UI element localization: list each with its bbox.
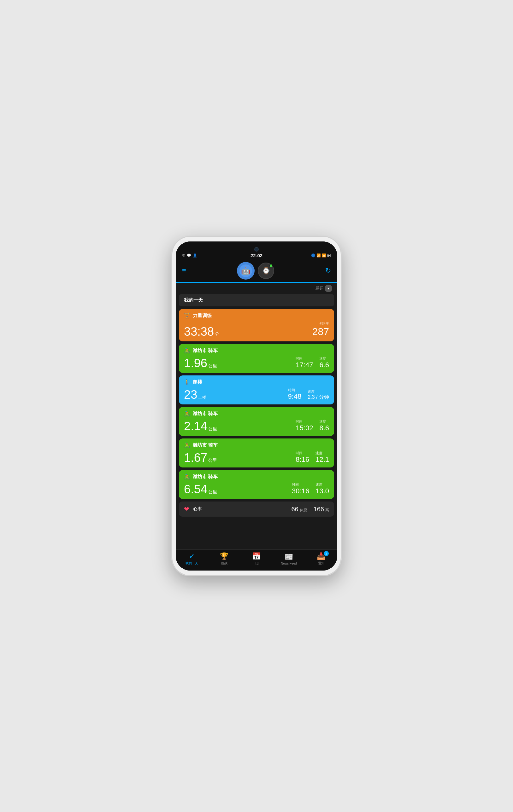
card-stats: 时间 15:02 速度 8.6 [296,419,329,432]
signal-icon: 📶 [322,254,326,258]
strength-icon: 🏋 [184,313,190,319]
nav-label-challenges: 挑战 [221,561,227,566]
card-header: 🚴 潍坊市 骑车 [184,348,329,354]
card-title: 潍坊市 骑车 [193,442,218,448]
nav-item-my-day[interactable]: ✓ 我的一天 [182,552,201,566]
header-avatars: 🤖 ⌚ [237,262,274,280]
cycling-icon: 🚴 [184,442,190,448]
stat-time: 时间 15:02 [296,419,313,432]
stat-label: 时间 [288,388,295,393]
trophy-icon: 🏆 [220,552,228,560]
expand-row: 展开 ▾ [176,283,337,294]
battery-level: 94 [327,254,331,258]
cycling-icon: 🚴 [184,348,190,354]
nav-label-news-feed: News Feed [281,562,297,565]
person-icon: 👤 [193,254,197,258]
svg-text:🤖: 🤖 [241,266,250,275]
card-body: 1.96 公里 时间 17:47 速度 6.6 [184,356,329,369]
stat-time: 时间 17:47 [296,356,313,369]
status-time: 22:02 [250,253,263,258]
stairs-icon: 🚶 [184,379,190,385]
activity-card-cycling1[interactable]: 🚴 潍坊市 骑车 1.96 公里 时间 17:47 速度 [179,344,334,373]
card-stats: 时间 9:48 速度 2.3 / 分钟 [288,388,329,401]
stat-value: 15:02 [296,424,313,432]
nav-item-calendar[interactable]: 📅 日历 [247,552,266,566]
card-body: 23 上楼 时间 9:48 速度 2.3 / 分钟 [184,388,329,401]
activity-card-cycling2[interactable]: 🚴 潍坊市 骑车 2.14 公里 时间 15:02 速度 [179,407,334,436]
heart-rate-label: 心率 [193,506,202,512]
stat-value: 6.6 [319,361,329,369]
stat-value: 8:16 [296,456,309,464]
heart-rate-row[interactable]: ❤ 心率 66 休息 166 高 [179,501,334,517]
expand-label[interactable]: 展开 [315,286,323,291]
calendar-icon: 📅 [252,552,261,560]
nav-item-notifications[interactable]: 📥 通知 1 [312,552,331,566]
section-title: 我的一天 [184,297,203,302]
nav-item-challenges[interactable]: 🏆 挑战 [215,552,234,566]
activity-card-cycling3[interactable]: 🚴 潍坊市 骑车 1.67 公里 时间 8:16 速度 [179,438,334,467]
phone-screen: ⑦ 💬 👤 22:02 🔵 📶 📶 94 ≡ 🤖 [176,241,337,571]
bluetooth-icon: 🔵 [311,254,316,258]
stat-label: 时间 [296,451,302,456]
calories-section: 卡路里 287 [312,321,329,338]
card-body: 1.67 公里 时间 8:16 速度 12.1 [184,451,329,464]
stat-label: 速度 [307,389,315,394]
card-header: 🚴 潍坊市 骑车 [184,474,329,480]
card-stats: 时间 17:47 速度 6.6 [296,356,329,369]
card-title: 潍坊市 骑车 [193,411,218,417]
heart-resting-value: 66 [291,505,298,513]
stat-label: 速度 [316,451,322,456]
main-value: 33:38 [184,326,214,338]
camera [254,247,259,252]
card-title: 潍坊市 骑车 [193,348,218,354]
cycling-icon: 🚴 [184,474,190,480]
status-right: 🔵 📶 📶 94 [311,254,331,258]
stat-value: 13.0 [316,487,329,495]
card-header: 🚴 潍坊市 骑车 [184,411,329,417]
card-stats: 时间 8:16 速度 12.1 [296,451,329,464]
main-value: 1.96 [184,357,207,369]
card-title: 爬楼 [193,379,202,385]
notification-badge: 1 [324,551,329,556]
watch-online-indicator [269,264,273,267]
refresh-icon[interactable]: ↻ [325,267,331,275]
stat-label: 时间 [296,356,302,361]
main-value: 1.67 [184,452,207,464]
card-body: 2.14 公里 时间 15:02 速度 8.6 [184,419,329,432]
heart-high-label: 高 [325,508,329,513]
main-content: 展开 ▾ 我的一天 🏋 力量训练 33:38 分 [176,283,337,549]
main-unit: 分 [215,331,219,337]
expand-button[interactable]: ▾ [325,285,332,292]
heart-rate-values: 66 休息 166 高 [291,505,329,513]
card-header: 🚴 潍坊市 骑车 [184,442,329,448]
stat-value: 2.3 / 分钟 [307,394,329,401]
stat-speed: 速度 8.6 [319,419,329,432]
heart-rate-high: 166 高 [314,505,329,513]
activity-card-stairs[interactable]: 🚶 爬楼 23 上楼 时间 9:48 速度 [179,375,334,404]
activity-card-strength[interactable]: 🏋 力量训练 33:38 分 卡路里 287 [179,309,334,341]
main-unit: 上楼 [198,395,206,400]
chat-icon: 💬 [187,254,191,258]
user-avatar[interactable]: 🤖 [237,262,254,280]
stat-label: 时间 [296,419,302,424]
status-left: ⑦ 💬 👤 [182,254,197,258]
stat-time: 时间 30:16 [292,482,309,495]
watch-avatar[interactable]: ⌚ [258,263,274,279]
main-value: 6.54 [184,483,207,495]
card-body: 33:38 分 卡路里 287 [184,321,329,338]
calories-label: 卡路里 [319,321,329,326]
nav-item-news-feed[interactable]: 📰 News Feed [279,553,298,565]
menu-icon[interactable]: ≡ [182,267,186,275]
heart-high-value: 166 [314,505,324,513]
phone-frame: ⑦ 💬 👤 22:02 🔵 📶 📶 94 ≡ 🤖 [171,236,342,576]
checkmark-icon: ✓ [189,552,195,560]
stat-value: 12.1 [316,456,329,464]
stat-value: 30:16 [292,487,309,495]
stat-time: 时间 8:16 [296,451,309,464]
stat-label: 速度 [319,419,326,424]
stat-value: 9:48 [288,393,302,401]
stat-time: 时间 9:48 [288,388,302,401]
main-unit: 公里 [208,489,217,495]
activity-card-cycling4[interactable]: 🚴 潍坊市 骑车 6.54 公里 时间 30:16 速度 [179,470,334,499]
nav-label-notifications: 通知 [318,561,324,566]
